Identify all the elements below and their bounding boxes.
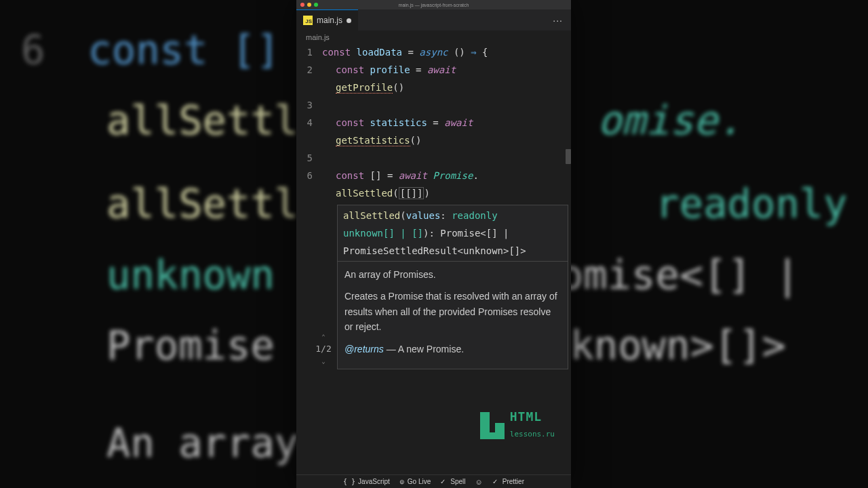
line-number-gutter: 1 2 3 4 5 6 [296,43,318,184]
status-bar: { }JavaScript ⊚Go Live Spell ☺ Prettier [296,474,571,488]
status-feedback[interactable]: ☺ [475,478,483,486]
signature-help-tooltip: ⌃ 1/2 ⌄ allSettled(values: readonly unkn… [337,205,568,369]
code-content[interactable]: const loadData = async () ⇒ { const prof… [322,43,568,202]
tab-bar: JS main.js ··· [296,9,571,31]
signature-counter[interactable]: ⌃ 1/2 ⌄ [312,333,335,365]
signature-text: allSettled(values: readonly unknown[] | … [338,205,568,261]
html-lessons-icon [480,412,505,439]
scrollbar-thumb[interactable] [566,149,571,164]
tab-main-js[interactable]: JS main.js [296,9,358,31]
breadcrumb[interactable]: main.js [296,31,571,43]
chevron-up-icon[interactable]: ⌃ [312,333,335,340]
code-editor[interactable]: 1 2 3 4 5 6 const loadData = async () ⇒ … [296,43,571,474]
unsaved-indicator-icon [347,18,351,23]
status-spell[interactable]: Spell [440,478,465,485]
editor-window: main.js — javascript-from-scratch JS mai… [296,0,571,488]
status-prettier[interactable]: Prettier [492,478,524,485]
watermark-logo: HTML lessons.ru [480,408,555,443]
tab-filename: main.js [317,16,342,25]
chevron-down-icon[interactable]: ⌄ [312,358,335,365]
status-language[interactable]: { }JavaScript [343,478,390,485]
window-title: main.js — javascript-from-scratch [296,3,571,7]
status-golive[interactable]: ⊚Go Live [399,478,431,485]
signature-doc: An array of Promises. Creates a Promise … [338,262,568,369]
titlebar[interactable]: main.js — javascript-from-scratch [296,0,571,9]
javascript-file-icon: JS [303,16,313,25]
tab-overflow-button[interactable]: ··· [545,15,571,26]
